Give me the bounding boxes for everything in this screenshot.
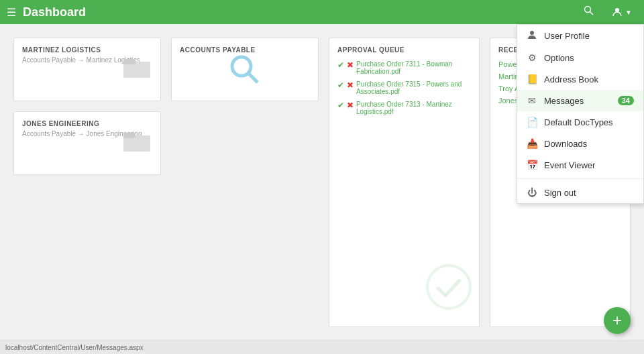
sign-out-label: Sign out bbox=[544, 188, 634, 198]
x-icon-1: ✖ bbox=[347, 60, 354, 70]
messages-label: Messages bbox=[544, 96, 611, 106]
svg-point-9 bbox=[427, 266, 470, 308]
dropdown-downloads[interactable]: 📥 Downloads bbox=[517, 133, 643, 154]
messages-badge: 34 bbox=[618, 96, 634, 105]
dropdown-sign-out[interactable]: ⏻ Sign out bbox=[517, 182, 643, 203]
approval-link-2[interactable]: Purchase Order 7315 - Powers and Associa… bbox=[356, 80, 471, 95]
approval-link-1[interactable]: Purchase Order 7311 - Bowman Fabrication… bbox=[356, 60, 471, 75]
dropdown-user-profile[interactable]: User Profile bbox=[517, 25, 643, 47]
options-label: Options bbox=[544, 53, 634, 63]
address-book-icon: 📒 bbox=[527, 74, 537, 84]
jones-title: JONES ENGINEERING bbox=[22, 120, 152, 127]
user-dropdown-menu: User Profile ⚙ Options 📒 Address Book ✉ … bbox=[517, 24, 644, 204]
messages-icon: ✉ bbox=[527, 95, 537, 106]
svg-point-0 bbox=[585, 7, 591, 13]
approval-link-3[interactable]: Purchase Order 7313 - Martinez Logistics… bbox=[356, 101, 471, 115]
dropdown-divider bbox=[517, 178, 643, 179]
dropdown-event-viewer[interactable]: 📅 Event Viewer bbox=[517, 154, 643, 176]
page-title: Dashboard bbox=[23, 5, 578, 19]
doctypes-icon: 📄 bbox=[527, 117, 537, 127]
header: ☰ Dashboard ▼ bbox=[0, 0, 644, 24]
svg-point-2 bbox=[615, 8, 619, 12]
options-icon: ⚙ bbox=[527, 52, 537, 63]
dropdown-default-doctypes[interactable]: 📄 Default DocTypes bbox=[517, 111, 643, 133]
martinez-title: MARTINEZ LOGISTICS bbox=[22, 46, 152, 54]
status-bar: localhost/ContentCentral/User/Messages.a… bbox=[0, 341, 644, 354]
downloads-icon: 📥 bbox=[527, 138, 537, 149]
svg-point-7 bbox=[232, 57, 251, 76]
left-column: MARTINEZ LOGISTICS Accounts Payable → Ma… bbox=[13, 38, 161, 327]
dropdown-messages[interactable]: ✉ Messages 34 bbox=[517, 90, 643, 111]
svg-rect-6 bbox=[123, 133, 136, 138]
event-viewer-label: Event Viewer bbox=[544, 160, 634, 170]
approval-queue-title: APPROVAL QUEUE bbox=[337, 46, 471, 54]
magnifier-icon bbox=[228, 53, 262, 93]
user-profile-label: User Profile bbox=[544, 31, 634, 41]
downloads-label: Downloads bbox=[544, 139, 634, 149]
search-button[interactable] bbox=[578, 3, 600, 21]
folder-icon bbox=[123, 56, 150, 83]
approval-item-3: ✔ ✖ Purchase Order 7313 - Martinez Logis… bbox=[337, 101, 471, 115]
check-icon-3: ✔ bbox=[337, 101, 344, 110]
checkmark-watermark bbox=[425, 263, 472, 320]
x-icon-2: ✖ bbox=[347, 80, 354, 90]
dropdown-address-book[interactable]: 📒 Address Book bbox=[517, 68, 643, 90]
approval-item-2: ✔ ✖ Purchase Order 7315 - Powers and Ass… bbox=[337, 80, 471, 95]
accounts-payable-title: ACCOUNTS PAYABLE bbox=[180, 46, 256, 54]
user-menu-button[interactable]: ▼ bbox=[606, 4, 637, 20]
approval-item-1: ✔ ✖ Purchase Order 7311 - Bowman Fabrica… bbox=[337, 60, 471, 75]
address-book-label: Address Book bbox=[544, 74, 634, 84]
approval-queue-widget: APPROVAL QUEUE ✔ ✖ Purchase Order 7311 -… bbox=[329, 38, 480, 327]
fab-button[interactable]: + bbox=[604, 307, 631, 334]
event-viewer-icon: 📅 bbox=[527, 160, 537, 170]
check-icon-2: ✔ bbox=[337, 80, 344, 90]
martinez-widget: MARTINEZ LOGISTICS Accounts Payable → Ma… bbox=[13, 38, 161, 101]
default-doctypes-label: Default DocTypes bbox=[544, 117, 634, 127]
status-url: localhost/ContentCentral/User/Messages.a… bbox=[5, 344, 144, 351]
check-icon-1: ✔ bbox=[337, 60, 344, 70]
user-profile-icon bbox=[527, 30, 537, 42]
menu-icon[interactable]: ☰ bbox=[7, 6, 16, 19]
svg-point-10 bbox=[530, 31, 534, 35]
header-actions: ▼ bbox=[578, 3, 637, 21]
folder-icon-2 bbox=[123, 130, 150, 157]
svg-rect-4 bbox=[123, 59, 136, 64]
svg-line-1 bbox=[590, 12, 594, 15]
dropdown-options[interactable]: ⚙ Options bbox=[517, 47, 643, 68]
sign-out-icon: ⏻ bbox=[527, 187, 537, 198]
accounts-payable-widget: ACCOUNTS PAYABLE bbox=[171, 38, 319, 101]
jones-widget: JONES ENGINEERING Accounts Payable → Jon… bbox=[13, 111, 161, 175]
svg-line-8 bbox=[248, 73, 258, 82]
x-icon-3: ✖ bbox=[347, 101, 354, 110]
